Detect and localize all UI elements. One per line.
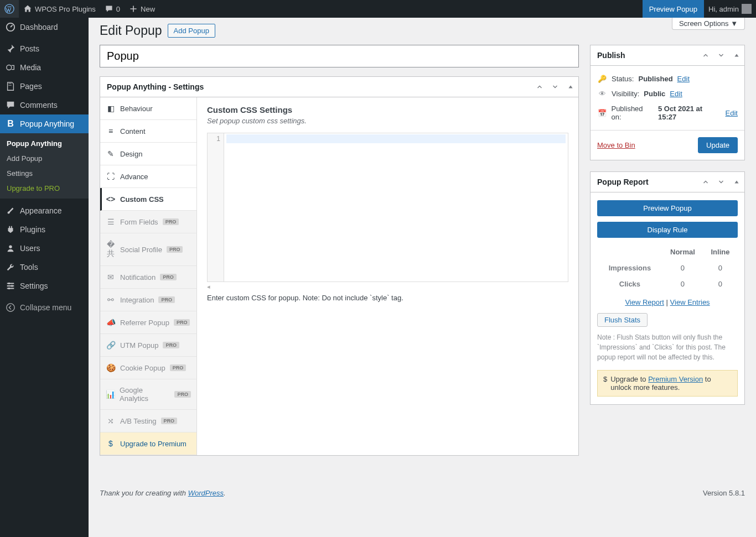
submenu-popup-anything-list[interactable]: Popup Anything — [0, 136, 89, 151]
chevron-down-icon: ▼ — [731, 19, 738, 28]
tab-cookie-popup[interactable]: 🍪Cookie PopupPRO — [100, 357, 196, 379]
editor-gutter: 1 — [208, 133, 224, 281]
move-up-button[interactable] — [532, 77, 547, 97]
move-up-button[interactable] — [698, 172, 713, 192]
toggle-panel-button[interactable] — [729, 172, 744, 192]
tab-social-profile[interactable]: �共Social ProfilePRO — [100, 233, 196, 266]
tab-upgrade-premium[interactable]: $Upgrade to Premium — [100, 432, 196, 455]
page-title: Edit Popup — [100, 23, 162, 38]
impressions-normal: 0 — [662, 260, 703, 275]
wp-logo[interactable] — [0, 0, 19, 18]
clicks-inline: 0 — [704, 277, 737, 291]
pin-icon — [6, 44, 15, 54]
table-row: Impressions 0 0 — [598, 260, 737, 275]
wrench-icon — [6, 262, 15, 272]
menu-appearance[interactable]: Appearance — [0, 201, 89, 220]
tab-custom-css[interactable]: <>Custom CSS — [100, 188, 196, 211]
preview-popup-button[interactable]: Preview Popup — [597, 200, 738, 216]
footer-thanks: Thank you for creating with — [100, 489, 188, 497]
popup-title-input[interactable] — [100, 45, 579, 67]
cookie-icon: 🍪 — [106, 363, 116, 372]
menu-dashboard[interactable]: Dashboard — [0, 18, 89, 37]
megaphone-icon: 📣 — [106, 318, 116, 327]
report-postbox: Popup Report Preview Popup Display Rule … — [590, 171, 745, 405]
menu-settings[interactable]: Settings — [0, 277, 89, 295]
content-icon: ≡ — [106, 127, 116, 135]
tab-referrer-popup[interactable]: 📣Referrer PopupPRO — [100, 311, 196, 334]
main-content: Screen Options ▼ Edit Popup Add Popup Po… — [89, 18, 756, 537]
plus-icon — [129, 4, 138, 13]
chevron-down-icon — [717, 51, 725, 59]
admin-sidebar: Dashboard Posts Media Pages Comments B P… — [0, 18, 89, 537]
tab-integration[interactable]: ⚯IntegrationPRO — [100, 289, 196, 311]
comments-link[interactable]: 0 — [100, 0, 125, 18]
menu-users[interactable]: Users — [0, 239, 89, 258]
tab-content[interactable]: ≡Content — [100, 120, 196, 143]
flush-stats-button[interactable]: Flush Stats — [597, 313, 648, 327]
row-label-clicks: Clicks — [598, 277, 661, 291]
move-down-button[interactable] — [547, 77, 563, 97]
submenu-upgrade-pro[interactable]: Upgrade to PRO — [0, 181, 89, 196]
menu-popup-anything[interactable]: B Popup Anything — [0, 114, 89, 133]
menu-collapse[interactable]: Collapse menu — [0, 298, 89, 317]
triangle-up-icon — [733, 52, 740, 59]
tab-google-analytics[interactable]: 📊Google AnalyticsPRO — [100, 379, 196, 410]
status-value: Published — [638, 75, 672, 83]
view-report-link[interactable]: View Report — [625, 298, 664, 306]
update-button[interactable]: Update — [698, 137, 738, 153]
display-rule-button[interactable]: Display Rule — [597, 222, 738, 238]
tab-notification[interactable]: ✉NotificationPRO — [100, 266, 196, 289]
move-down-button[interactable] — [713, 172, 729, 192]
media-icon — [6, 62, 15, 72]
table-header-row: Normal Inline — [598, 244, 737, 259]
menu-posts[interactable]: Posts — [0, 39, 89, 58]
code-icon: <> — [106, 195, 116, 204]
code-input-area[interactable] — [224, 133, 568, 281]
published-label: Published on: — [611, 105, 653, 121]
wordpress-link[interactable]: WordPress — [188, 489, 224, 497]
dollar-icon: $ — [106, 439, 116, 448]
css-code-editor[interactable]: 1 — [207, 133, 568, 282]
add-popup-button[interactable]: Add Popup — [168, 24, 215, 38]
toggle-panel-button[interactable] — [729, 45, 744, 65]
pro-badge: PRO — [170, 364, 187, 371]
screen-options-toggle[interactable]: Screen Options ▼ — [672, 18, 745, 30]
collapse-icon — [6, 303, 15, 312]
premium-version-link[interactable]: Premium Version — [648, 375, 703, 383]
sliders-icon — [6, 281, 15, 291]
new-content[interactable]: New — [125, 0, 159, 18]
site-link[interactable]: WPOS Pro Plugins — [19, 0, 100, 18]
tab-utm-popup[interactable]: 🔗UTM PopupPRO — [100, 334, 196, 357]
menu-media[interactable]: Media — [0, 58, 89, 77]
popup-anything-icon: B — [6, 119, 15, 129]
tab-advance[interactable]: ⛶Advance — [100, 165, 196, 188]
edit-date-link[interactable]: Edit — [726, 109, 738, 117]
settings-postbox-title: Popup Anything - Settings — [100, 77, 532, 97]
tab-behaviour[interactable]: ◧Behaviour — [100, 97, 196, 120]
move-up-button[interactable] — [698, 45, 713, 65]
comments-icon — [6, 100, 15, 110]
form-icon: ☰ — [106, 217, 116, 226]
tab-ab-testing[interactable]: ⤭A/B TestingPRO — [100, 410, 196, 432]
menu-pages[interactable]: Pages — [0, 77, 89, 96]
account-menu[interactable]: Hi, admin — [704, 0, 756, 18]
submenu-settings[interactable]: Settings — [0, 166, 89, 181]
move-down-button[interactable] — [713, 45, 729, 65]
chevron-up-icon — [702, 178, 710, 186]
move-to-bin-link[interactable]: Move to Bin — [597, 141, 635, 149]
view-entries-link[interactable]: View Entries — [670, 298, 710, 306]
svg-point-2 — [7, 65, 12, 70]
toggle-panel-button[interactable] — [563, 77, 578, 97]
menu-comments[interactable]: Comments — [0, 96, 89, 114]
tab-form-fields[interactable]: ☰Form FieldsPRO — [100, 211, 196, 233]
edit-status-link[interactable]: Edit — [677, 75, 690, 83]
menu-plugins[interactable]: Plugins — [0, 220, 89, 239]
report-title: Popup Report — [591, 172, 698, 192]
impressions-inline: 0 — [704, 260, 737, 275]
menu-tools[interactable]: Tools — [0, 258, 89, 277]
preview-popup-button[interactable]: Preview Popup — [643, 0, 704, 18]
chevron-up-icon — [536, 83, 543, 91]
tab-design[interactable]: ✎Design — [100, 143, 196, 165]
submenu-add-popup[interactable]: Add Popup — [0, 151, 89, 166]
edit-visibility-link[interactable]: Edit — [670, 90, 682, 98]
